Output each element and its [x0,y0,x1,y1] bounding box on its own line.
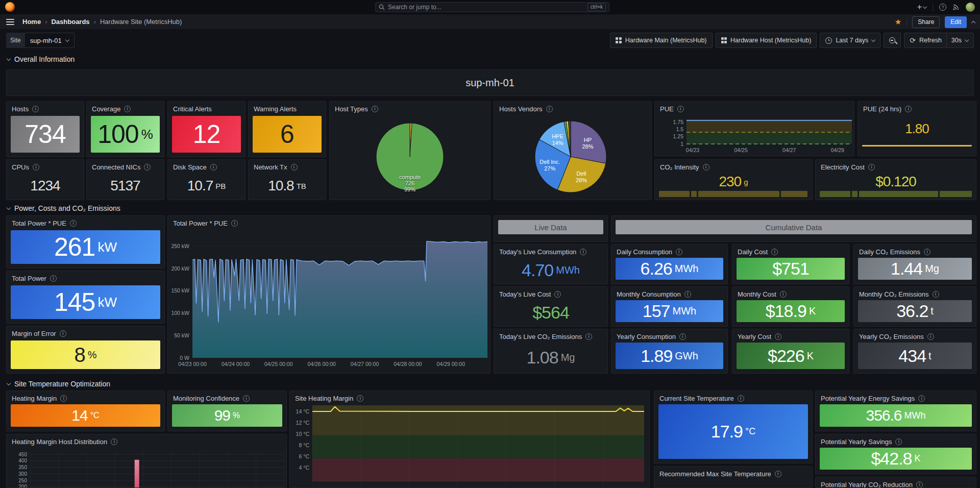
search-icon [379,4,385,10]
info-icon[interactable]: i [32,106,39,112]
info-icon[interactable]: i [933,291,939,298]
panel-title: Total Power * PUE [12,219,66,227]
panel-yearly-cost: Yearly Costi $226K [732,329,849,374]
edit-button[interactable]: Edit [945,16,967,28]
collapse-chevron-icon[interactable] [971,20,975,25]
panel-title: Monthly Cost [738,290,776,298]
info-icon[interactable]: i [546,106,553,112]
stat-yearly-consumption: 1.89GWh [616,343,723,369]
svg-text:400: 400 [18,458,27,463]
info-icon[interactable]: i [927,333,934,340]
help-icon[interactable]: ? [939,4,946,11]
stat-monitoring-confidence: 99% [172,404,282,427]
panel-hosts: Hostsi 734 [6,101,84,157]
info-icon[interactable]: i [243,395,250,402]
info-icon[interactable]: i [585,333,592,340]
svg-text:10 °C: 10 °C [296,431,310,437]
svg-text:04/29: 04/29 [831,147,844,153]
stat-cpus: 1234 [7,172,84,200]
live-data-header: Live Data [498,220,603,234]
info-icon[interactable]: i [895,438,902,445]
svg-text:04/25 00:00: 04/25 00:00 [264,361,293,367]
svg-text:Dell Inc.: Dell Inc. [540,159,560,165]
panel-title: Heating Margin [12,395,57,402]
user-avatar[interactable] [966,3,975,12]
svg-text:250: 250 [18,478,27,483]
info-icon[interactable]: i [210,164,217,170]
breadcrumb-dashboards[interactable]: Dashboards [51,18,89,26]
info-icon[interactable]: i [703,164,709,170]
breadcrumb-separator: › [94,18,96,26]
news-rss-icon[interactable] [952,4,960,11]
info-icon[interactable]: i [916,481,923,488]
section-site-temperature[interactable]: Site Temperature Optimization [7,380,110,388]
svg-text:150 kW: 150 kW [171,287,189,294]
panel-yearly-consumption: Yearly Consumptioni 1.89GWh [611,329,728,374]
info-icon[interactable]: i [70,220,77,227]
breadcrumb-home[interactable]: Home [22,18,41,26]
menu-toggle-icon[interactable] [6,19,14,25]
info-icon[interactable]: i [771,249,778,255]
stat-live-cost: $564 [494,299,607,326]
stat-yearly-co2: 434t [858,343,972,369]
info-icon[interactable]: i [677,106,684,112]
info-icon[interactable]: i [124,106,131,112]
info-icon[interactable]: i [231,220,238,227]
svg-text:100 kW: 100 kW [171,310,189,316]
panel-host-types: Host Typesi compute 726 99% [329,101,491,200]
info-icon[interactable]: i [868,164,875,170]
info-icon[interactable]: i [684,291,691,298]
section-power-costs[interactable]: Power, Costs and CO₂ Emissions [7,204,120,212]
info-icon[interactable]: i [580,249,586,255]
info-icon[interactable]: i [33,164,39,170]
share-button[interactable]: Share [912,16,940,28]
panel-title: Coverage [92,105,120,113]
svg-text:04/23: 04/23 [686,147,699,153]
info-icon[interactable]: i [291,164,298,170]
refresh-interval-dropdown[interactable]: 30s [951,37,962,44]
panel-title: Monthly CO₂ Emissions [859,290,929,298]
info-icon[interactable]: i [357,395,363,402]
info-icon[interactable]: i [775,333,781,340]
info-icon[interactable]: i [50,275,57,282]
hosts-vendors-pie-chart[interactable]: HP28%Dell28%Dell Inc.27%HPE14% [494,102,652,200]
info-icon[interactable]: i [60,395,67,402]
panel-daily-consumption: Daily Consumptioni 6.26MWh [611,244,728,284]
panel-title: Connected NICs [92,163,140,171]
section-overall-information[interactable]: Overall Information [7,55,75,63]
link-hardware-host[interactable]: Hardware Host (MetricsHub) [716,33,817,48]
refresh-group[interactable]: ⟳Refresh30s [904,33,974,48]
info-icon[interactable]: i [60,330,66,337]
info-icon[interactable]: i [738,395,744,402]
power-area-chart[interactable]: 250 kW200 kW150 kW100 kW50 kW0 W04/23 00… [168,216,491,374]
svg-text:200: 200 [18,484,27,488]
panel-hosts-vendors: Hosts Vendorsi HP28%Dell28%Dell Inc.27%H… [494,101,652,200]
favorite-star-icon[interactable]: ★ [895,17,901,27]
panel-title: Daily Cost [738,248,768,256]
info-icon[interactable]: i [780,291,787,298]
new-menu-button[interactable]: + [917,3,926,11]
link-hardware-main[interactable]: Hardware Main (MetricsHub) [610,33,712,48]
info-icon[interactable]: i [775,471,781,477]
info-icon[interactable]: i [144,164,151,170]
panel-title: Host Types [335,105,368,113]
info-icon[interactable]: i [676,249,682,255]
info-icon[interactable]: i [372,106,378,112]
svg-text:14 °C: 14 °C [296,408,310,414]
info-icon[interactable]: i [679,333,686,340]
info-icon[interactable]: i [924,249,930,255]
panel-title: Today's Live Consumption [499,248,576,256]
info-icon[interactable]: i [111,438,117,445]
search-input[interactable] [388,4,584,11]
panel-daily-cost: Daily Costi $751 [732,244,849,284]
panel-title: Total Power * PUE [173,219,228,227]
info-icon[interactable]: i [554,291,561,298]
site-heating-margin-chart[interactable]: 14 °C12 °C10 °C8 °C6 °C4 °C [290,391,650,488]
grafana-logo-icon[interactable] [5,2,15,12]
site-variable-dropdown[interactable]: sup-mh-01 [25,33,75,48]
time-range-picker[interactable]: Last 7 days [820,33,880,48]
search-bar[interactable]: ctrl+k [375,2,609,12]
info-icon[interactable]: i [918,395,925,402]
zoom-out-button[interactable] [884,33,901,48]
info-icon[interactable]: i [905,106,912,112]
